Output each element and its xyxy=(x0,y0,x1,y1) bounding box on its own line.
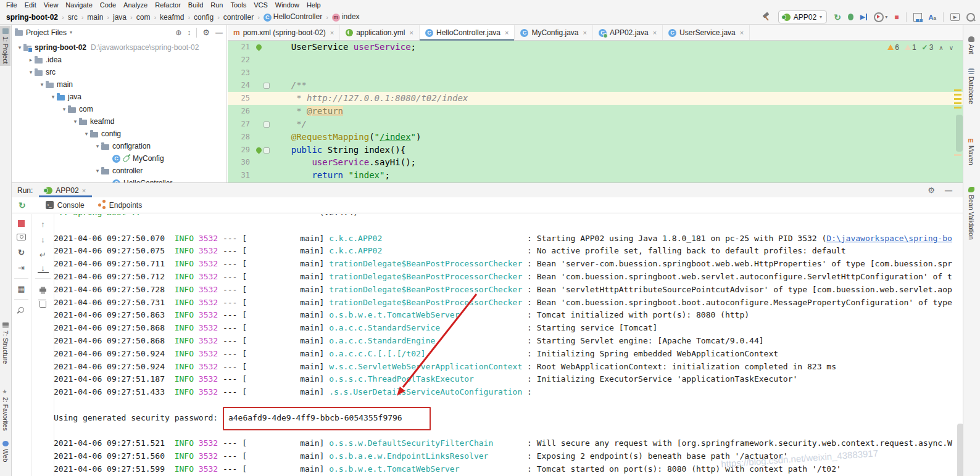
tree-item-src[interactable]: ▾src xyxy=(11,66,226,78)
gear-icon[interactable]: ⚙ xyxy=(202,28,210,37)
menu-item-run[interactable]: Run xyxy=(207,1,226,9)
up-stack-trace-icon[interactable]: ↑ xyxy=(38,218,49,229)
error-stripe-mark[interactable] xyxy=(954,102,961,104)
tree-item-configration[interactable]: ▾configration xyxy=(11,140,226,152)
editor-tab-application.yml[interactable]: application.yml× xyxy=(340,25,420,40)
code-line-31[interactable]: 31 return "index"; xyxy=(228,169,963,182)
hide-panel-icon[interactable]: — xyxy=(215,28,223,37)
editor-tab-userservice.java[interactable]: CUserService.java× xyxy=(663,25,750,40)
code-line-30[interactable]: 30 userService.sayHi(); xyxy=(228,156,963,169)
tool-window-icon[interactable]: ▶ xyxy=(950,13,960,21)
sidebar-tab-project[interactable]: 1: Project xyxy=(0,26,10,66)
modules-icon[interactable] xyxy=(913,13,922,22)
console-output[interactable]: :: Spring Boot :: (v2.4.4)2021-04-06 09:… xyxy=(54,214,963,476)
editor-tab-pom.xml[interactable]: mpom.xml (spring-boot-02)× xyxy=(228,25,340,40)
code-line-26[interactable]: 26 * @return xyxy=(228,105,963,118)
menu-item-navigate[interactable]: Navigate xyxy=(62,1,96,9)
thread-dump-icon[interactable] xyxy=(16,231,27,242)
exit-icon[interactable]: ⇥ xyxy=(16,262,27,273)
down-stack-trace-icon[interactable]: ↓ xyxy=(38,234,49,245)
layout-icon[interactable]: ▦ xyxy=(16,283,27,294)
editor-scrollbar[interactable] xyxy=(956,115,963,152)
close-icon[interactable]: × xyxy=(410,29,413,36)
sidebar-tab-ant[interactable]: Ant xyxy=(966,34,976,57)
menu-item-vcs[interactable]: VCS xyxy=(250,1,272,9)
menu-item-file[interactable]: File xyxy=(2,1,21,9)
sidebar-tab-maven[interactable]: m Maven xyxy=(966,135,976,168)
fold-marker-icon[interactable] xyxy=(264,147,270,154)
profiler-icon[interactable] xyxy=(874,12,884,22)
error-stripe-mark[interactable] xyxy=(954,107,961,109)
tree-item-myconfig[interactable]: CMyConfig xyxy=(11,152,226,165)
tree-item-controller[interactable]: ▾controller xyxy=(11,165,226,177)
error-stripe-mark[interactable] xyxy=(954,98,961,100)
menu-item-refactor[interactable]: Refactor xyxy=(151,1,185,9)
tree-item-keafmd[interactable]: ▾keafmd xyxy=(11,115,226,128)
stop-icon[interactable]: ■ xyxy=(894,13,899,22)
translate-icon[interactable]: Aa xyxy=(929,14,936,21)
close-icon[interactable]: × xyxy=(82,187,86,194)
close-icon[interactable]: × xyxy=(583,29,587,36)
breadcrumb-item-config[interactable]: config xyxy=(193,13,215,22)
run-configuration-select[interactable]: APP02 ▾ xyxy=(778,10,827,23)
pin-icon[interactable] xyxy=(16,304,27,315)
menu-item-window[interactable]: Window xyxy=(272,1,303,9)
tab-endpoints[interactable]: Endpoints xyxy=(91,197,148,213)
restart-app-icon[interactable]: ↻ xyxy=(16,247,27,258)
hide-panel-icon[interactable]: — xyxy=(945,186,952,195)
debug-icon[interactable] xyxy=(848,14,853,20)
sidebar-tab-database[interactable]: Database xyxy=(966,66,976,107)
menu-item-analyze[interactable]: Analyze xyxy=(120,1,151,9)
chevron-down-icon[interactable]: ▾ xyxy=(70,30,72,35)
stop-icon[interactable] xyxy=(18,220,25,227)
close-icon[interactable]: × xyxy=(330,29,334,36)
code-line-29[interactable]: 29 public String index(){ xyxy=(228,144,963,157)
error-stripe-mark[interactable] xyxy=(954,94,961,96)
menu-item-tools[interactable]: Tools xyxy=(226,1,250,9)
code-line-21[interactable]: 21 UserService userService; xyxy=(228,41,963,54)
fold-marker-icon[interactable] xyxy=(264,83,270,89)
breadcrumb-item-controller[interactable]: controller xyxy=(222,13,255,22)
menu-item-code[interactable]: Code xyxy=(96,1,120,9)
code-line-24[interactable]: 24 /** xyxy=(228,79,963,92)
breadcrumb-item-src[interactable]: src xyxy=(67,13,79,22)
sidebar-tab-bean-validation[interactable]: Bean Validation xyxy=(966,184,976,242)
console-link[interactable]: D:\javaworkspace\spring-bo xyxy=(826,234,952,243)
tree-item-config[interactable]: ▾config xyxy=(11,128,226,140)
breadcrumb-item-main[interactable]: main xyxy=(86,13,104,22)
tree-item-hellocontroller[interactable]: CHelloController xyxy=(11,177,226,183)
menu-item-view[interactable]: View xyxy=(40,1,62,9)
tree-item-java[interactable]: ▾java xyxy=(11,91,226,103)
spring-bean-icon[interactable] xyxy=(255,146,263,154)
tree-item-main[interactable]: ▾main xyxy=(11,78,226,91)
editor-tab-hellocontroller.java[interactable]: CHelloController.java× xyxy=(420,25,515,40)
scroll-to-end-icon[interactable]: ↓ xyxy=(38,265,49,273)
clear-console-icon[interactable] xyxy=(38,298,49,310)
close-icon[interactable]: × xyxy=(740,29,744,36)
print-icon[interactable] xyxy=(38,283,49,294)
run-tab-app02[interactable]: APP02 × xyxy=(39,183,92,197)
tree-item-.idea[interactable]: ▸.idea xyxy=(11,54,226,66)
tab-console[interactable]: ›_ Console xyxy=(39,197,91,213)
code-line-23[interactable]: 23 xyxy=(228,67,963,80)
breadcrumb-item-java[interactable]: java xyxy=(112,13,128,22)
code-editor[interactable]: 6 1 ✓3 ∧ ∨ 21 UserService userService;22… xyxy=(228,41,963,183)
sidebar-tab-web[interactable]: Web xyxy=(0,438,10,464)
menu-item-build[interactable]: Build xyxy=(185,1,207,9)
sidebar-tab-structure[interactable]: 7: Structure xyxy=(0,320,10,366)
coverage-icon[interactable]: ▶ xyxy=(860,14,867,20)
run-icon[interactable]: ↻ xyxy=(834,12,841,22)
breadcrumb-item-spring-boot-02[interactable]: spring-boot-02 xyxy=(5,13,59,22)
error-stripe-mark[interactable] xyxy=(954,89,961,91)
tree-item-spring-boot-02[interactable]: ▾spring-boot-02D:\javaworkspace\spring-b… xyxy=(11,41,226,54)
chevron-down-icon[interactable]: ▾ xyxy=(885,14,887,20)
project-view-selector[interactable]: Project Files xyxy=(26,28,67,37)
breadcrumb-item-index[interactable]: mindex xyxy=(331,12,361,22)
search-icon[interactable] xyxy=(966,13,975,22)
code-line-28[interactable]: 28 @RequestMapping("/index") xyxy=(228,131,963,144)
sidebar-tab-favorites[interactable]: ★ 2: Favorites xyxy=(0,387,10,433)
soft-wrap-icon[interactable]: ↵ xyxy=(38,249,49,260)
locate-icon[interactable]: ⊕ xyxy=(175,28,181,37)
close-icon[interactable]: × xyxy=(653,29,657,36)
build-hammer-icon[interactable] xyxy=(762,12,771,22)
